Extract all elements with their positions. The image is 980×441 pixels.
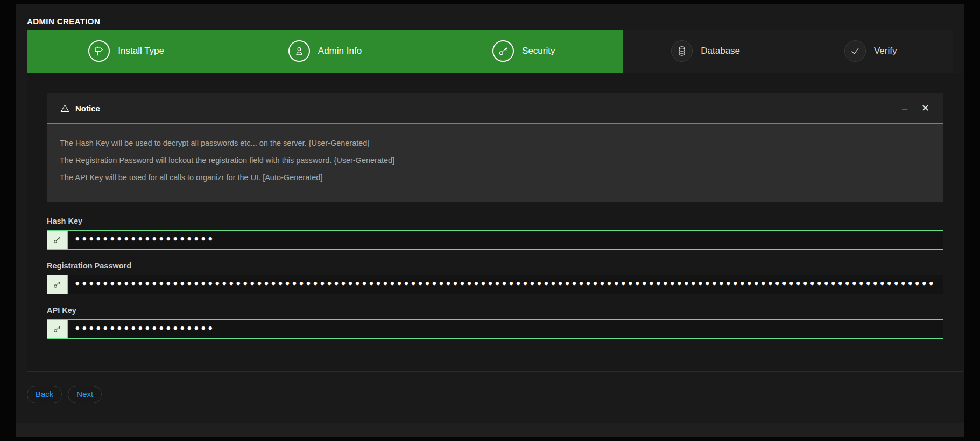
check-icon	[844, 40, 866, 62]
registration-password-label: Registration Password	[47, 261, 943, 270]
key-icon	[492, 40, 514, 62]
notice-panel: Notice – ✕ The Hash Key will be used to …	[47, 93, 943, 202]
step-label: Security	[522, 46, 555, 56]
step-label: Verify	[874, 46, 897, 56]
api-key-input[interactable]	[68, 320, 943, 338]
user-icon	[288, 40, 310, 62]
notice-line: The API Key will be used for all calls t…	[60, 173, 930, 182]
step-admin-info[interactable]: Admin Info	[225, 30, 424, 73]
database-icon	[671, 40, 693, 62]
api-key-label: API Key	[47, 306, 943, 315]
step-label: Install Type	[118, 46, 164, 56]
notice-body: The Hash Key will be used to decrypt all…	[47, 124, 943, 202]
notice-line: The Registration Password will lockout t…	[60, 155, 930, 165]
registration-password-input[interactable]	[68, 275, 943, 294]
step-label: Database	[701, 46, 740, 56]
wizard-stepper: Install Type Admin Info Security	[27, 30, 953, 73]
page-title: ADMIN CREATION	[27, 17, 964, 26]
key-icon	[47, 275, 68, 294]
registration-password-field-group: Registration Password	[47, 261, 943, 294]
notice-line: The Hash Key will be used to decrypt all…	[60, 138, 930, 148]
hash-key-field-group: Hash Key	[47, 217, 943, 250]
warning-icon	[60, 103, 70, 113]
next-button[interactable]: Next	[68, 386, 102, 403]
back-button[interactable]: Back	[27, 386, 62, 403]
notice-header: Notice – ✕	[47, 93, 943, 124]
key-icon	[47, 320, 68, 338]
footer-strip	[16, 423, 964, 437]
wizard-actions: Back Next	[27, 386, 964, 403]
admin-creation-panel: ADMIN CREATION Install Type Admin Info	[16, 4, 964, 423]
close-icon[interactable]: ✕	[921, 103, 929, 113]
step-install-type[interactable]: Install Type	[27, 30, 225, 73]
api-key-field-group: API Key	[47, 306, 943, 339]
step-security[interactable]: Security	[425, 30, 623, 73]
step-verify[interactable]: Verify	[788, 30, 953, 73]
hash-key-input[interactable]	[68, 231, 943, 249]
hash-key-label: Hash Key	[47, 217, 943, 225]
minimize-icon[interactable]: –	[902, 103, 907, 113]
step-database[interactable]: Database	[623, 30, 788, 73]
step-label: Admin Info	[318, 46, 362, 56]
key-icon	[47, 231, 68, 249]
security-step-form: Notice – ✕ The Hash Key will be used to …	[27, 73, 963, 372]
notice-title: Notice	[75, 104, 100, 113]
signpost-icon	[88, 40, 110, 62]
